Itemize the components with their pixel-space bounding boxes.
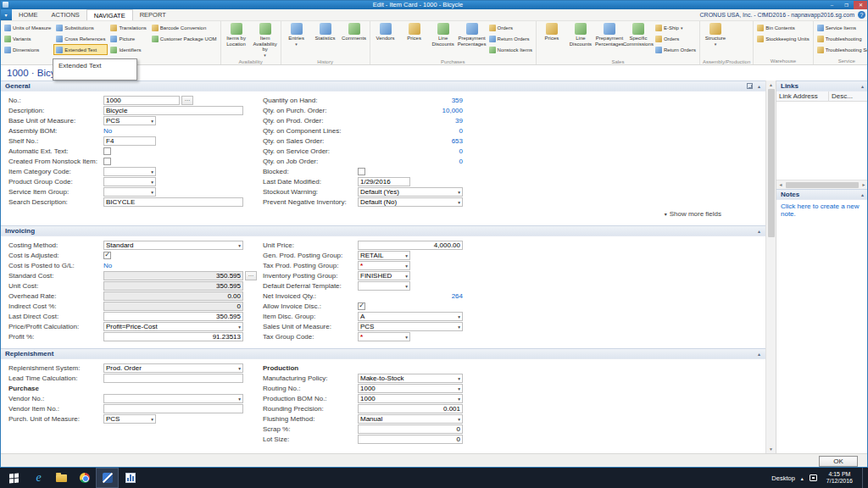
indirect-cost-input[interactable]: 0 [103,302,243,311]
ribbon-button-orders[interactable]: Orders [653,33,698,44]
ribbon-button-prices[interactable]: Prices [537,22,566,59]
tax-prod-posting-group-select[interactable] [358,261,410,270]
service-item-group-select[interactable] [103,187,156,197]
desktop-toolbar-label[interactable]: Desktop [771,474,795,482]
scroll-right-icon[interactable] [860,180,868,189]
flushing-method-select[interactable]: Manual [358,414,463,424]
dynamics-nav-icon[interactable] [96,468,119,488]
search-description-input[interactable]: BICYCLE [103,197,243,207]
ribbon-button-entries[interactable]: Entries [282,22,311,59]
qty-on-sales-order-value[interactable]: 653 [358,137,463,145]
qty-on-prod-order-value[interactable]: 39 [358,117,463,125]
ribbon-button-bin-contents[interactable]: Bin Contents [754,22,811,33]
chart-app-icon[interactable] [119,468,142,488]
ribbon-button-dimensions[interactable]: Dimensions [2,44,53,55]
ribbon-button-prices[interactable]: Prices [400,22,429,59]
general-section-header[interactable]: General [0,80,765,92]
ribbon-button-line-discounts[interactable]: Line Discounts [566,22,595,59]
notes-header[interactable]: Notes [776,189,868,200]
automatic-ext-text-checkbox[interactable] [103,147,111,155]
ribbon-button-units-of-measure[interactable]: Units of Measure [2,22,53,33]
links-horizontal-scrollbar[interactable] [776,180,868,189]
sales-unit-of-measure-select[interactable]: PCS [358,322,463,331]
shelf-no-input[interactable]: F4 [103,136,156,146]
price-profit-calculation-select[interactable]: Profit=Price-Cost [103,322,243,331]
unit-price-input[interactable]: 4,000.00 [358,241,463,250]
ribbon-button-troubleshooting-setup[interactable]: Troubleshooting Setup [815,44,868,55]
prevent-negative-inventory-select[interactable]: Default (No) [358,197,463,207]
qty-on-service-order-value[interactable]: 0 [358,147,463,155]
replenishment-section-header[interactable]: Replenishment [0,348,765,359]
links-column-description[interactable]: Desc... [829,92,868,101]
ribbon-button-item-availability-by[interactable]: Item Availability by [251,22,280,59]
chrome-icon[interactable] [73,468,96,488]
ribbon-button-prepayment-percentages[interactable]: Prepayment Percentages [458,22,487,59]
replenishment-system-select[interactable]: Prod. Order [103,363,243,373]
tab-report[interactable]: REPORT [133,9,173,20]
item-category-code-select[interactable] [103,167,156,176]
ribbon-button-return-orders[interactable]: Return Orders [487,33,535,44]
default-deferral-template-select[interactable] [358,281,410,291]
blocked-checkbox[interactable] [358,168,365,175]
routing-no-select[interactable]: 1000 [358,384,463,393]
qty-on-purch-order-value[interactable]: 10,000 [358,107,463,114]
ribbon-button-specific-commissions[interactable]: Specific Commissions [624,22,653,59]
ribbon-button-nonstock-items[interactable]: Nonstock Items [487,44,535,55]
close-button[interactable] [854,0,868,9]
minimize-button[interactable] [825,0,839,9]
collapse-section-icon[interactable] [758,82,760,90]
ok-button[interactable]: OK [819,456,858,467]
scrap-input[interactable]: 0 [358,424,463,434]
ribbon-button-items-by-location[interactable]: Items by Location [222,22,251,59]
ribbon-button-variants[interactable]: Variants [2,33,53,44]
net-invoiced-qty-value[interactable]: 264 [358,292,463,300]
item-disc-group-select[interactable]: A [358,312,463,321]
rounding-precision-input[interactable]: 0.001 [358,404,463,413]
collapse-notes-icon[interactable] [861,191,864,198]
assist-edit-button[interactable] [181,96,193,105]
unit-cost-input[interactable]: 350.595 [103,281,243,291]
ribbon-button-extended-text[interactable]: Extended Text [53,44,108,55]
ribbon-button-stockkeeping-units[interactable]: Stockkeeping Units [754,33,811,44]
ribbon-button-statistics[interactable]: Statistics [311,22,340,59]
ribbon-button-substitutions[interactable]: Substitutions [53,22,108,33]
cost-is-posted-to-g-l-value[interactable]: No [103,262,112,269]
last-direct-cost-input[interactable]: 350.595 [103,312,243,321]
app-menu-button[interactable] [0,9,12,20]
ribbon-button-prepayment-percentages[interactable]: Prepayment Percentages [595,22,624,59]
invoicing-section-header[interactable]: Invoicing [0,225,765,236]
tab-home[interactable]: HOME [12,9,45,20]
ribbon-button-orders[interactable]: Orders [487,22,535,33]
purch-unit-of-measure-select[interactable]: PCS [103,414,156,424]
scroll-up-icon[interactable] [766,80,776,89]
standard-cost-input[interactable]: 350.595 [103,271,243,280]
collapse-section-icon[interactable] [758,350,760,358]
qty-on-job-order-value[interactable]: 0 [358,158,463,165]
vendor-item-no-input[interactable] [103,404,243,413]
start-button[interactable] [0,468,27,488]
show-desktop-button[interactable] [862,468,866,488]
inventory-posting-group-select[interactable]: FINISHED [358,271,410,280]
scrollbar-thumb[interactable] [786,182,859,188]
gen-prod-posting-group-select[interactable]: RETAIL [358,251,410,260]
ribbon-button-service-items[interactable]: Service Items [815,22,868,33]
ribbon-button-e-ship[interactable]: E-Ship [653,22,698,33]
ribbon-button-troubleshooting[interactable]: Troubleshooting [815,33,868,44]
links-column-address[interactable]: Link Address [776,92,829,101]
base-unit-of-measure-select[interactable]: PCS [103,116,156,125]
scroll-down-icon[interactable] [766,445,776,453]
ribbon-button-return-orders[interactable]: Return Orders [653,44,698,55]
tray-chevron-icon[interactable] [801,474,804,482]
tray-notification-icon[interactable] [810,474,817,481]
no-input[interactable]: 1000 [103,96,180,105]
last-date-modified-input[interactable]: 1/29/2016 [358,177,410,186]
ribbon-button-cross-references[interactable]: Cross References [53,33,108,44]
ribbon-button-barcode-conversion[interactable]: Barcode Conversion [149,22,220,33]
assist-edit-button[interactable] [245,271,257,280]
ribbon-button-identifiers[interactable]: Identifiers [108,44,148,55]
taskbar-clock[interactable]: 4:15 PM 7/12/2016 [823,471,856,485]
costing-method-select[interactable]: Standard [103,241,243,250]
ribbon-button-vendors[interactable]: Vendors [371,22,400,59]
expand-section-icon[interactable] [747,83,753,89]
allow-invoice-disc-checkbox[interactable] [358,302,365,310]
